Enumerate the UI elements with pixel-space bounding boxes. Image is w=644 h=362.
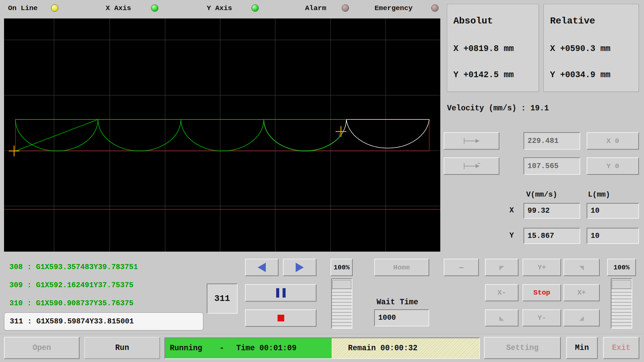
setting-button[interactable]: Setting [484, 337, 561, 359]
forward-arrow-icon [296, 263, 304, 272]
y-dimension-icon [462, 162, 481, 170]
machine-control-window: On Line X Axis Y Axis Alarm Emergency [0, 0, 644, 362]
status-state-label: Running [170, 338, 202, 358]
alarm-label: Alarm [305, 4, 326, 12]
status-remain-label: Remain 00:00:32 [348, 338, 417, 358]
set-x-origin-button[interactable] [444, 132, 499, 150]
wait-time-label: Wait Time [377, 298, 418, 307]
y-length-input[interactable]: 10 [587, 228, 639, 244]
exit-button[interactable]: Exit [603, 337, 639, 359]
y-row-label: Y [509, 231, 514, 240]
y-axis-label: Y Axis [207, 4, 232, 12]
x-plus-label: X+ [577, 289, 586, 297]
x-axis-led-icon [151, 4, 158, 12]
x-minus-label: X- [497, 289, 506, 297]
jog-down-left-button[interactable]: ◣ [485, 309, 518, 326]
status-time-label: Time 00:01:09 [236, 338, 296, 358]
jog-y-plus-button[interactable]: Y+ [523, 259, 561, 276]
x-dimension-icon [462, 137, 481, 145]
y-zero-button[interactable]: Y 0 [587, 157, 639, 175]
emergency-label: Emergency [375, 4, 412, 12]
y-origin-offset-field[interactable]: 107.565 [524, 157, 580, 175]
velocity-readout: Velocity (mm/s) : 19.1 [447, 104, 549, 113]
jog-down-right-button[interactable]: ◢ [563, 309, 600, 326]
x-row-label: X [509, 206, 514, 215]
online-led-icon [51, 4, 58, 12]
jog-stop-label: Stop [533, 289, 550, 297]
gcode-line: 309 : G1X592.162491Y37.75375 [4, 276, 203, 294]
absolute-title: Absolut [453, 16, 493, 26]
wait-time-input[interactable]: 1000 [374, 309, 429, 326]
jog-x-minus-button[interactable]: X- [485, 284, 518, 301]
pause-icon [276, 288, 279, 298]
x-length-input[interactable]: 10 [587, 203, 639, 219]
jog-override-slider[interactable] [611, 278, 632, 329]
toolpath-canvas [4, 18, 440, 252]
jog-up-left-button[interactable]: ◤ [485, 259, 518, 276]
step-forward-button[interactable] [283, 259, 316, 276]
home-button[interactable]: Home [374, 259, 429, 276]
x-velocity-input[interactable]: 99.32 [524, 203, 580, 219]
stop-button[interactable] [245, 309, 316, 327]
x-axis-label: X Axis [106, 4, 131, 12]
bottom-bar-divider [0, 334, 644, 335]
relative-y-readout: Y +0034.9 mm [550, 70, 610, 80]
run-tab[interactable]: Run [84, 337, 160, 359]
relative-title: Relative [550, 16, 595, 26]
y-minus-label: Y- [538, 314, 546, 322]
absolute-y-readout: Y +0142.5 mm [453, 70, 514, 80]
set-y-origin-button[interactable] [444, 157, 499, 175]
pause-button[interactable] [245, 284, 316, 302]
gcode-current-line: 311 : G1X589.59874Y33.815001 [4, 312, 203, 330]
pause-icon [283, 288, 286, 298]
x-origin-offset-field[interactable]: 229.481 [524, 132, 580, 150]
y-axis-led-icon [251, 4, 259, 12]
jog-x-plus-button[interactable]: X+ [563, 284, 600, 301]
relative-x-readout: X +0590.3 mm [550, 44, 610, 54]
open-button[interactable]: Open [4, 337, 80, 359]
online-label: On Line [8, 4, 38, 12]
up-left-arrow-icon: ◤ [499, 264, 504, 271]
step-back-button[interactable] [245, 259, 279, 276]
y-plus-label: Y+ [538, 264, 546, 271]
emergency-led-icon [431, 4, 439, 12]
y-velocity-input[interactable]: 15.867 [524, 228, 580, 244]
feed-slider-handle[interactable] [332, 280, 351, 289]
gcode-line: 308 : G1X593.357483Y39.783751 [4, 258, 203, 276]
current-line-number-field[interactable]: 311 [207, 283, 238, 314]
feed-override-slider[interactable] [331, 278, 352, 329]
jog-slider-handle[interactable] [612, 280, 631, 289]
v-column-header: V(mm/s) [526, 191, 557, 199]
jog-stop-button[interactable]: Stop [523, 284, 561, 301]
down-left-arrow-icon: ◣ [499, 314, 504, 321]
absolute-position-panel: Absolut X +0819.8 mm Y +0142.5 mm [447, 4, 539, 92]
jog-y-minus-button[interactable]: Y- [523, 309, 561, 326]
stop-square-icon [278, 315, 284, 321]
run-progress-bar: Running - Time 00:01:09 Remain 00:00:32 [164, 338, 480, 359]
jog-override-label: 100% [607, 259, 636, 276]
jog-up-right-button[interactable]: ◥ [563, 259, 600, 276]
l-column-header: L(mm) [588, 191, 610, 199]
x-zero-button[interactable]: X 0 [587, 132, 639, 150]
alarm-led-icon [342, 4, 349, 12]
gcode-line: 310 : G1X590.908737Y35.76375 [4, 294, 203, 312]
min-button[interactable]: Min [566, 337, 598, 359]
status-separator: - [219, 338, 224, 358]
jog-dash-button[interactable]: — [444, 259, 479, 276]
feed-override-label: 100% [331, 259, 353, 276]
gcode-list: 308 : G1X593.357483Y39.783751 309 : G1X5… [4, 258, 203, 331]
down-right-arrow-icon: ◢ [579, 314, 584, 321]
up-right-arrow-icon: ◥ [579, 264, 584, 271]
relative-position-panel: Relative X +0590.3 mm Y +0034.9 mm [544, 4, 639, 92]
back-arrow-icon [258, 263, 266, 272]
absolute-x-readout: X +0819.8 mm [453, 44, 514, 54]
